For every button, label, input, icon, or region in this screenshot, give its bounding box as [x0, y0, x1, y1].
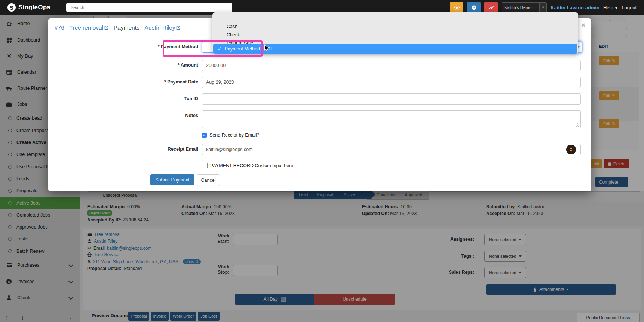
- amount-input[interactable]: [202, 60, 581, 71]
- time-clock-button[interactable]: [467, 2, 481, 13]
- search-input[interactable]: [66, 3, 232, 12]
- notes-label: Notes: [108, 113, 198, 118]
- payment-date-label: * Payment Date: [108, 79, 198, 85]
- chevron-down-icon: ▼: [614, 6, 618, 10]
- dropdown-option-cash[interactable]: Cash: [227, 22, 237, 31]
- cancel-button[interactable]: Cancel: [197, 174, 220, 186]
- chevron-down-icon: ▼: [539, 3, 546, 12]
- amount-label: * Amount: [108, 62, 198, 68]
- my-day-button[interactable]: [450, 2, 463, 13]
- chart-line-icon: [488, 5, 494, 10]
- resize-handle-icon[interactable]: [576, 123, 579, 127]
- modal-title-separator: - Payments -: [108, 24, 144, 31]
- txn-id-label: Txn ID: [108, 96, 198, 101]
- mouse-cursor-icon: [264, 44, 270, 53]
- annotation-highlight-box: [163, 40, 263, 57]
- external-link-icon: [176, 26, 180, 30]
- custom-input-label: PAYMENT RECORD Custom Input here: [210, 163, 293, 168]
- payment-date-input[interactable]: [202, 77, 581, 88]
- notes-textarea[interactable]: [202, 110, 581, 128]
- txn-id-input[interactable]: [202, 93, 581, 105]
- custom-input-checkbox-row[interactable]: PAYMENT RECORD Custom Input here: [202, 163, 293, 168]
- send-receipt-checkbox-row[interactable]: ✓ Send Receipt by Email?: [202, 132, 259, 138]
- singleops-logo-icon: S: [7, 3, 16, 12]
- close-icon[interactable]: ×: [581, 21, 585, 29]
- receipt-email-input[interactable]: [202, 144, 581, 155]
- receipt-email-label: Receipt Email: [108, 147, 198, 152]
- singleops-logo[interactable]: S SingleOps: [7, 3, 50, 12]
- reports-button[interactable]: [484, 2, 498, 13]
- brand-name: SingleOps: [18, 4, 50, 11]
- clock-icon: [471, 5, 477, 10]
- submit-payment-button[interactable]: Submit Payment: [150, 174, 194, 185]
- account-select[interactable]: Kaitlin's Demo ▼: [502, 2, 547, 13]
- dropdown-option-check[interactable]: Check: [227, 31, 240, 39]
- checkbox-checked-icon[interactable]: ✓: [202, 133, 207, 138]
- client-title-link[interactable]: Austin Riley: [145, 24, 181, 31]
- user-profile-link[interactable]: Kaitlin Lawton admin: [551, 5, 599, 10]
- send-receipt-label: Send Receipt by Email?: [209, 132, 259, 138]
- external-link-icon: [104, 26, 108, 30]
- extension-avatar-icon[interactable]: [566, 145, 576, 154]
- job-title-link[interactable]: #76 - Tree removal: [55, 24, 108, 31]
- sun-icon: [454, 5, 460, 10]
- checkbox-unchecked-icon[interactable]: [202, 163, 208, 168]
- logout-link[interactable]: Logout: [622, 5, 637, 10]
- help-menu[interactable]: Help ▼: [603, 5, 618, 10]
- account-select-value: Kaitlin's Demo: [502, 3, 539, 12]
